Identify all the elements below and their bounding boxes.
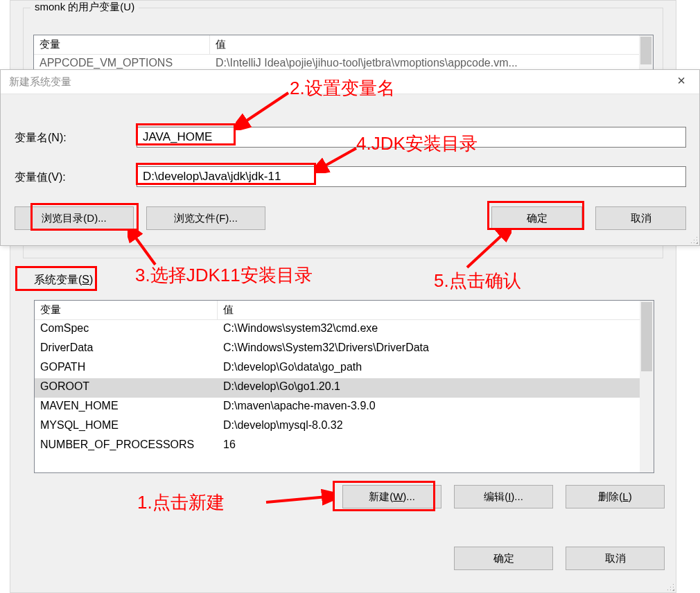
cell-var-name: MAVEN_HOME (35, 398, 218, 417)
table-row[interactable]: GOPATHD:\develop\Go\data\go_path (35, 359, 654, 378)
dialog-title: 新建系统变量 (9, 76, 71, 89)
table-row[interactable]: MAVEN_HOMED:\maven\apache-maven-3.9.0 (35, 398, 654, 417)
ok-button[interactable]: 确定 (454, 547, 553, 570)
col-header-value[interactable]: 值 (218, 301, 654, 319)
scrollbar-thumb[interactable] (641, 302, 652, 371)
browse-directory-button[interactable]: 浏览目录(D)... (15, 206, 134, 230)
system-variables-header: 变量 值 (35, 301, 654, 320)
system-variables-label: 系统变量(S) (34, 273, 93, 287)
cell-var-value: D:\develop\Go\go1.20.1 (218, 378, 654, 398)
cell-var-name: DriverData (35, 339, 218, 359)
variable-name-label: 变量名(N): (15, 131, 67, 145)
col-header-variable[interactable]: 变量 (34, 35, 210, 54)
table-row[interactable]: DriverDataC:\Windows\System32\Drivers\Dr… (35, 339, 654, 359)
user-variables-title: smonk 的用户变量(U) (30, 1, 139, 14)
table-row[interactable]: NUMBER_OF_PROCESSORS16 (35, 436, 654, 456)
resize-grip-icon[interactable] (685, 231, 698, 244)
variable-value-label: 变量值(V): (15, 170, 66, 185)
edit-button[interactable]: 编辑(I)... (454, 485, 553, 508)
scrollbar-thumb[interactable] (640, 37, 651, 64)
delete-button[interactable]: 删除(L) (566, 485, 665, 508)
cell-var-value: C:\Windows\system32\cmd.exe (218, 320, 654, 339)
user-variables-header: 变量 值 (34, 35, 653, 55)
table-row[interactable]: MYSQL_HOMED:\develop\mysql-8.0.32 (35, 417, 654, 436)
dialog-cancel-button[interactable]: 取消 (595, 206, 686, 230)
new-button[interactable]: 新建(W)... (342, 485, 441, 508)
col-header-variable[interactable]: 变量 (35, 301, 218, 319)
browse-file-button[interactable]: 浏览文件(F)... (146, 206, 265, 230)
resize-grip-icon[interactable] (662, 578, 674, 591)
cell-var-value: D:\maven\apache-maven-3.9.0 (218, 398, 654, 417)
table-row[interactable]: GOROOTD:\develop\Go\go1.20.1 (35, 378, 654, 398)
close-icon[interactable]: × (663, 70, 699, 93)
cell-var-name: GOROOT (35, 378, 218, 398)
cell-var-name: MYSQL_HOME (35, 417, 218, 436)
new-system-variable-dialog: 新建系统变量 × 变量名(N): 变量值(V): 浏览目录(D)... 浏览文件… (0, 69, 700, 246)
cell-var-value: 16 (218, 436, 654, 456)
dialog-ok-button[interactable]: 确定 (491, 206, 582, 230)
cell-var-value: D:\develop\Go\data\go_path (218, 359, 654, 378)
table-row[interactable]: ComSpecC:\Windows\system32\cmd.exe (35, 320, 654, 339)
cell-var-value: C:\Windows\System32\Drivers\DriverData (218, 339, 654, 359)
cell-var-value: D:\develop\mysql-8.0.32 (218, 417, 654, 436)
variable-value-input[interactable] (137, 166, 686, 187)
cell-var-name: NUMBER_OF_PROCESSORS (35, 436, 218, 456)
cancel-button[interactable]: 取消 (566, 547, 665, 570)
col-header-value[interactable]: 值 (210, 35, 653, 54)
dialog-titlebar[interactable]: 新建系统变量 (1, 70, 699, 94)
scrollbar[interactable] (640, 301, 654, 472)
cell-var-name: ComSpec (35, 320, 218, 339)
variable-name-input[interactable] (137, 127, 686, 148)
cell-var-name: GOPATH (35, 359, 218, 378)
system-variables-table[interactable]: 变量 值 ComSpecC:\Windows\system32\cmd.exeD… (34, 300, 654, 473)
